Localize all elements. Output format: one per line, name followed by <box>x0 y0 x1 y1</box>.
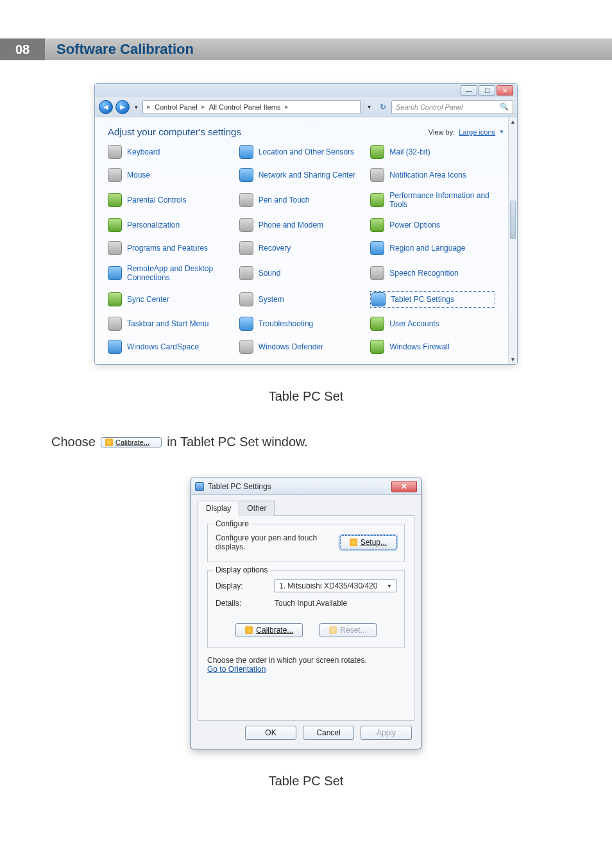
breadcrumb-dropdown-icon[interactable]: ▾ <box>363 100 375 114</box>
control-panel-item[interactable]: Troubleshooting <box>239 317 364 331</box>
control-panel-item-icon <box>239 193 253 207</box>
display-select-value: 1. Mitsubishi XD435/430/420 <box>279 581 377 590</box>
apply-button[interactable]: Apply <box>361 726 412 740</box>
view-by-label: View by: <box>429 128 455 136</box>
section-number: 08 <box>0 38 45 60</box>
search-input[interactable]: Search Control Panel 🔍 <box>391 100 513 114</box>
back-button[interactable]: ◄ <box>99 100 113 114</box>
control-panel-item[interactable]: Speech Recognition <box>370 264 495 282</box>
control-panel-item-icon <box>370 266 384 280</box>
control-panel-item-icon <box>370 145 384 159</box>
setup-button-label: Setup... <box>361 538 387 547</box>
history-dropdown-icon[interactable]: ▾ <box>132 100 140 114</box>
control-panel-item[interactable]: Personalization <box>108 218 233 232</box>
control-panel-item-label: Taskbar and Start Menu <box>127 319 208 328</box>
control-panel-item[interactable]: Location and Other Sensors <box>239 145 364 159</box>
scroll-up-icon[interactable]: ▲ <box>509 117 517 126</box>
scroll-down-icon[interactable]: ▼ <box>509 355 517 364</box>
control-panel-item[interactable]: Parental Controls <box>108 191 233 209</box>
scrollbar[interactable]: ▲ ▼ <box>508 117 517 364</box>
control-panel-item[interactable]: Windows Firewall <box>370 340 495 354</box>
control-panel-item[interactable]: Mail (32-bit) <box>370 145 495 159</box>
details-value: Touch Input Available <box>275 599 396 608</box>
control-panel-item[interactable]: Windows CardSpace <box>108 340 233 354</box>
control-panel-item-label: Recovery <box>259 244 291 253</box>
control-panel-item[interactable]: Keyboard <box>108 145 233 159</box>
control-panel-item-label: Mail (32-bit) <box>389 147 430 156</box>
close-button[interactable]: ✕ <box>497 85 513 96</box>
control-panel-item-icon <box>371 292 386 306</box>
go-to-orientation-link[interactable]: Go to Orientation <box>207 665 266 674</box>
control-panel-item[interactable]: Pen and Touch <box>239 191 364 209</box>
control-panel-item-label: Phone and Modem <box>259 221 323 230</box>
control-panel-item-icon <box>239 145 253 159</box>
control-panel-item[interactable]: Programs and Features <box>108 241 233 255</box>
dialog-close-button[interactable]: ✕ <box>391 481 417 492</box>
reset-button[interactable]: Reset... <box>319 623 376 637</box>
control-panel-item[interactable]: Taskbar and Start Menu <box>108 317 233 331</box>
cancel-button[interactable]: Cancel <box>303 726 354 740</box>
tab-other[interactable]: Other <box>239 501 275 516</box>
control-panel-item-label: User Accounts <box>389 319 439 328</box>
setup-button[interactable]: Setup... <box>340 535 396 549</box>
control-panel-item[interactable]: Network and Sharing Center <box>239 168 364 182</box>
control-panel-item-icon <box>370 168 384 182</box>
address-bar: ◄ ► ▾ ▸ Control Panel ▸ All Control Pane… <box>95 97 517 117</box>
control-panel-item-label: Sync Center <box>127 295 169 304</box>
control-panel-item[interactable]: Recovery <box>239 241 364 255</box>
display-select[interactable]: 1. Mitsubishi XD435/430/420 ▼ <box>275 580 396 592</box>
scroll-thumb[interactable] <box>510 201 516 239</box>
tab-display[interactable]: Display <box>198 501 239 516</box>
control-panel-item[interactable]: System <box>239 291 364 308</box>
control-panel-item-label: Performance Information and Tools <box>389 191 495 209</box>
control-panel-item-icon <box>239 266 253 280</box>
control-panel-item-icon <box>239 218 253 232</box>
control-panel-item[interactable]: Performance Information and Tools <box>370 191 495 209</box>
control-panel-item-label: Keyboard <box>127 147 160 156</box>
control-panel-item[interactable]: Region and Language <box>370 241 495 255</box>
control-panel-item[interactable]: Windows Defender <box>239 340 364 354</box>
page-header: 08 Software Calibration <box>0 38 612 60</box>
configure-group: Configure Configure your pen and touch d… <box>207 524 405 562</box>
figure-caption-2: Table PC Set <box>0 774 612 789</box>
control-panel-item[interactable]: Phone and Modem <box>239 218 364 232</box>
view-by[interactable]: View by: Large icons ▼ <box>429 128 504 136</box>
calibrate-button-inline: Calibrate... <box>101 437 162 447</box>
control-panel-item-label: Sound <box>259 269 281 278</box>
control-panel-item[interactable]: RemoteApp and Desktop Connections <box>108 264 233 282</box>
shield-icon <box>329 626 337 634</box>
chevron-down-icon: ▼ <box>387 583 392 589</box>
breadcrumb[interactable]: ▸ Control Panel ▸ All Control Panel Item… <box>142 100 361 114</box>
refresh-icon[interactable]: ↻ <box>377 100 389 114</box>
control-panel-item[interactable]: Sound <box>239 264 364 282</box>
view-by-value[interactable]: Large icons <box>459 128 495 136</box>
dialog-icon <box>195 482 204 491</box>
control-panel-item-icon <box>370 193 384 207</box>
control-panel-item[interactable]: Mouse <box>108 168 233 182</box>
dialog-titlebar: Tablet PC Settings ✕ <box>191 478 421 495</box>
control-panel-item-icon <box>370 317 384 331</box>
control-panel-item[interactable]: Power Options <box>370 218 495 232</box>
forward-button[interactable]: ► <box>115 100 130 114</box>
configure-legend: Configure <box>213 519 251 528</box>
minimize-button[interactable]: — <box>461 85 477 96</box>
ok-button[interactable]: OK <box>245 726 296 740</box>
maximize-button[interactable]: ☐ <box>479 85 495 96</box>
control-panel-item[interactable]: Sync Center <box>108 291 233 308</box>
control-panel-item-label: Location and Other Sensors <box>259 147 354 156</box>
shield-icon <box>245 626 253 634</box>
control-panel-item[interactable]: Notification Area Icons <box>370 168 495 182</box>
calibrate-button[interactable]: Calibrate... <box>235 623 303 637</box>
control-panel-item[interactable]: User Accounts <box>370 317 495 331</box>
crumb-1[interactable]: Control Panel <box>155 103 198 111</box>
control-panel-item-label: Windows Firewall <box>389 342 449 351</box>
control-panel-item[interactable]: Tablet PC Settings <box>370 291 495 308</box>
reset-button-label: Reset... <box>340 626 366 635</box>
configure-text: Configure your pen and touch displays. <box>216 533 331 551</box>
crumb-2[interactable]: All Control Panel Items <box>209 103 281 111</box>
control-panel-item-icon <box>370 340 384 354</box>
tabs: Display Other <box>198 500 414 516</box>
control-panel-item-label: Pen and Touch <box>259 196 310 204</box>
control-panel-item-icon <box>108 193 122 207</box>
control-panel-item-label: Mouse <box>127 171 150 179</box>
